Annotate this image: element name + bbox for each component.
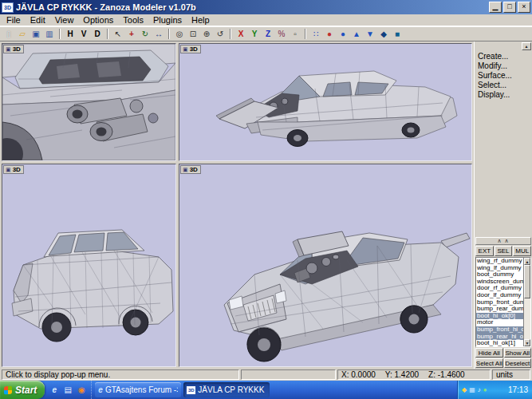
rotate-icon[interactable]: ↻ [139, 28, 152, 41]
vertical-views-button[interactable]: V [77, 28, 90, 41]
object-list-item[interactable]: windscreen_dummy [476, 279, 523, 286]
panel-collapse-chevron[interactable]: ∧ ∧ [475, 237, 531, 245]
viewport-label[interactable]: ▣ 3D [3, 45, 24, 53]
viewport-label[interactable]: ▣ 3D [180, 165, 201, 174]
show-all-button[interactable]: Show All [504, 348, 532, 358]
taskbar-button-zmodeler[interactable]: 3D JÄVLA CP RYKKK - Za... [183, 382, 270, 397]
window-title: JÄVLA CP RYKKK - Zanoza Modeler v1.07b [16, 2, 487, 12]
viewport-icon: ▣ [183, 46, 188, 53]
export-icon[interactable]: ▥ [43, 28, 56, 41]
scrollbar-track[interactable] [524, 265, 530, 339]
cube-icon[interactable]: ■ [391, 28, 404, 41]
horizontal-views-button[interactable]: H [64, 28, 77, 41]
menu-item[interactable]: Tools [118, 14, 148, 26]
tray-messenger-icon[interactable]: ● [483, 386, 487, 393]
select-arrow-icon[interactable]: ↖ [112, 28, 124, 41]
tray-network-icon[interactable]: ▦ [469, 386, 475, 393]
viewport-label[interactable]: ▣ 3D [180, 45, 201, 53]
taskbar-buttons: e GTAsajtens Forum ->... 3D JÄVLA CP RYK… [92, 381, 457, 399]
sphere-blue-icon[interactable]: ● [337, 28, 349, 41]
new-file-icon[interactable]: ▯ [2, 28, 15, 41]
tray-antivirus-icon[interactable]: ◆ [462, 386, 467, 393]
move-icon[interactable]: + [125, 28, 138, 41]
status-units: units [492, 369, 530, 380]
taskbar-button-forum[interactable]: e GTAsajtens Forum ->... [95, 382, 181, 397]
panel-scroll-up-button[interactable]: ▲ [522, 42, 531, 50]
pan-icon[interactable]: ⊕ [200, 28, 213, 41]
menu-item[interactable]: Options [78, 14, 118, 26]
object-list-item[interactable]: bump_rear_hi_ok [476, 334, 523, 341]
toolbar-separator [230, 29, 231, 39]
start-button[interactable]: Start [0, 381, 45, 399]
object-list-scrollbar[interactable]: ▲ ▼ [523, 258, 530, 346]
orbit-icon[interactable]: ↺ [214, 28, 227, 41]
select-all-button[interactable]: Select All [475, 358, 503, 368]
object-list-item[interactable]: motor [476, 319, 523, 326]
viewport-label[interactable]: ▣ 3D [3, 165, 24, 174]
menu-item[interactable]: Plugins [148, 14, 187, 26]
sphere-red-icon[interactable]: ● [323, 28, 336, 41]
viewport-top-left[interactable]: ▣ 3D [2, 43, 176, 161]
deselect-button[interactable]: Deselect [504, 358, 532, 368]
task-button-icon: e [98, 385, 103, 394]
x-axis-icon[interactable]: X [234, 28, 247, 41]
menu-item[interactable]: Help [187, 14, 215, 26]
ie-quick-launch-icon[interactable]: e [49, 385, 60, 396]
hide-all-button[interactable]: Hide All [475, 348, 503, 358]
menu-item[interactable]: Edit [26, 14, 50, 26]
mul-mode-button[interactable]: MUL [513, 246, 531, 256]
selection-box-icon[interactable]: ▫ [289, 28, 301, 41]
viewport-bottom-left[interactable]: ▣ 3D [2, 164, 176, 367]
save-icon[interactable]: ▣ [30, 28, 42, 41]
viewport-bottom-right[interactable]: ▣ 3D [179, 164, 472, 367]
toolbar-separator [168, 29, 170, 39]
command-item[interactable]: Display... [475, 89, 531, 99]
sel-mode-button[interactable]: SEL [495, 246, 513, 256]
object-list: wing_rf_dummywing_lf_dummyboot_dummywind… [476, 258, 523, 346]
command-item[interactable]: Surface... [475, 70, 531, 80]
scale-icon[interactable]: ↔ [152, 28, 165, 41]
minimize-button[interactable]: ▁ [489, 2, 502, 13]
object-list-item[interactable]: bump_front_hi_ok [476, 326, 523, 334]
zoom-icon[interactable]: ◎ [173, 28, 186, 41]
object-list-item[interactable]: wing_rf_dummy [476, 258, 523, 265]
restore-button[interactable]: □ [503, 2, 516, 13]
viewport-top-right[interactable]: ▣ 3D [179, 43, 472, 161]
zoom-window-icon[interactable]: ⊡ [187, 28, 199, 41]
z-axis-icon[interactable]: Z [262, 28, 274, 41]
media-player-icon[interactable]: ◉ [76, 385, 87, 396]
object-list-item[interactable]: door_lf_dummy [476, 292, 523, 299]
viewport-render-front-left [179, 44, 471, 160]
object-list-item[interactable]: boot_hi_ok[1] [476, 340, 523, 346]
scrollbar-thumb[interactable] [524, 265, 530, 298]
viewport-label-text: 3D [190, 45, 198, 53]
ext-mode-button[interactable]: EXT [475, 246, 494, 256]
object-list-item[interactable]: door_rf_dummy [476, 285, 523, 292]
percent-snap-icon[interactable]: % [275, 28, 288, 41]
vertex-mode-icon[interactable]: ∷ [309, 28, 322, 41]
show-desktop-icon[interactable]: ▤ [62, 385, 73, 396]
object-list-item[interactable]: bump_rear_dummy [476, 306, 523, 313]
menu-item[interactable]: View [50, 14, 79, 26]
scroll-up-arrow-icon[interactable]: ▲ [524, 258, 530, 265]
menu-item[interactable]: File [2, 14, 26, 26]
open-folder-icon[interactable]: ▱ [16, 28, 29, 41]
close-button[interactable]: × [518, 2, 530, 13]
object-list-item[interactable]: boot_dummy [476, 271, 523, 279]
quad-views-button[interactable]: D [91, 28, 104, 41]
object-list-item[interactable]: wing_lf_dummy [476, 265, 523, 272]
triangle-up-icon[interactable]: ▲ [350, 28, 363, 41]
command-item[interactable]: Select... [475, 80, 531, 89]
toolbar-separator [305, 29, 306, 39]
object-list-item[interactable]: bump_front_dummy [476, 299, 523, 306]
scroll-down-arrow-icon[interactable]: ▼ [524, 339, 530, 346]
command-item[interactable]: Modify... [475, 61, 531, 70]
triangle-down-icon[interactable]: ▼ [364, 28, 376, 41]
y-axis-icon[interactable]: Y [248, 28, 261, 41]
diamond-icon[interactable]: ◆ [377, 28, 390, 41]
command-item[interactable]: Create... [475, 51, 531, 61]
object-list-item[interactable]: boot_hi_ok[0] [476, 313, 523, 320]
viewport-icon: ▣ [6, 46, 11, 53]
status-spacer [241, 369, 336, 380]
tray-volume-icon[interactable]: ♪ [478, 386, 481, 393]
